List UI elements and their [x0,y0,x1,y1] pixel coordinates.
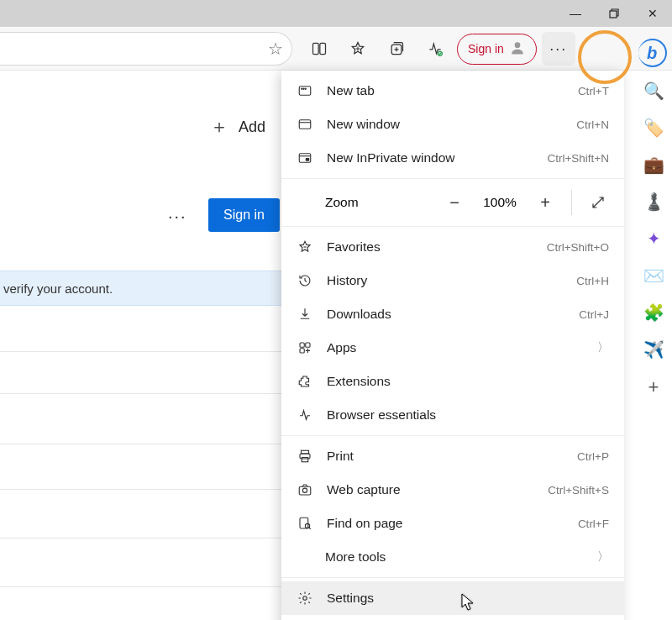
menu-new-inprivate[interactable]: New InPrivate window Ctrl+Shift+N [281,141,624,175]
bing-sidebar-button[interactable]: b [638,39,667,67]
gear-icon [297,590,313,607]
menu-shortcut: Ctrl+P [577,450,609,463]
list-divider [0,489,281,490]
new-window-icon [297,116,313,133]
split-screen-icon[interactable] [302,32,336,66]
sidebar-search-icon[interactable]: 🔍 [643,81,664,101]
add-shortcut-label: Add [239,118,265,136]
svg-point-25 [305,523,309,528]
menu-label: Browser essentials [327,407,609,423]
menu-shortcut: Ctrl+Shift+O [547,241,609,254]
avatar-icon [509,39,526,59]
card-more-button[interactable]: ··· [168,207,187,226]
edge-sidebar: 🔍 🏷️ 💼 ♟️ ✦ ✉️ 🧩 ✈️ + [635,71,672,397]
svg-rect-10 [299,120,311,129]
menu-separator [281,435,624,436]
verify-account-banner[interactable]: verify your account. [0,271,281,306]
menu-print[interactable]: Print Ctrl+P [281,439,624,473]
menu-separator [281,226,624,227]
zoom-out-button[interactable]: − [440,188,469,217]
menu-new-window[interactable]: New window Ctrl+N [281,108,624,141]
menu-new-tab[interactable]: New tab Ctrl+T [281,74,624,108]
add-shortcut-button[interactable]: ＋ Add [210,114,265,139]
chevron-right-icon: 〉 [597,549,609,565]
inprivate-icon [297,150,313,166]
menu-favorites[interactable]: Favorites Ctrl+Shift+O [281,230,624,264]
menu-help-feedback[interactable]: Help and feedback 〉 [281,615,624,620]
svg-rect-0 [610,11,617,18]
menu-label: New tab [327,83,564,98]
svg-rect-18 [300,349,304,353]
zoom-label: Zoom [325,195,432,210]
sidebar-outlook-icon[interactable]: ✉️ [643,265,664,286]
heartbeat-icon [297,407,313,423]
menu-separator [281,577,624,578]
fullscreen-button[interactable] [584,188,612,217]
sidebar-add-icon[interactable]: + [643,376,664,397]
settings-and-more-menu: New tab Ctrl+T New window Ctrl+N New InP… [281,71,624,620]
svg-point-9 [305,88,306,89]
apps-icon [297,339,313,356]
menu-label: New InPrivate window [327,150,533,166]
menu-browser-essentials[interactable]: Browser essentials [281,398,624,432]
collections-icon[interactable] [380,32,413,66]
list-divider [0,586,281,587]
svg-rect-24 [300,518,308,528]
sidebar-shopping-icon[interactable]: 🏷️ [643,118,664,138]
menu-downloads[interactable]: Downloads Ctrl+J [281,297,624,331]
sidebar-tools-icon[interactable]: 💼 [643,155,664,175]
menu-extensions[interactable]: Extensions [281,365,624,398]
menu-shortcut: Ctrl+Shift+S [548,484,609,497]
menu-more-tools[interactable]: More tools 〉 [281,540,624,574]
address-bar[interactable]: ☆ [0,32,292,66]
zoom-value: 100% [477,195,522,210]
menu-label: Downloads [327,307,565,322]
svg-rect-2 [320,43,326,54]
performance-icon[interactable] [418,32,452,66]
menu-shortcut: Ctrl+Shift+N [547,152,609,165]
more-menu-button[interactable]: ··· [542,32,575,66]
sidebar-games-icon[interactable]: ♟️ [643,192,664,212]
menu-zoom: Zoom − 100% + [281,182,624,223]
favorites-icon[interactable] [341,32,375,66]
svg-point-23 [302,488,307,492]
zoom-in-button[interactable]: + [531,188,559,217]
downloads-icon [297,306,313,323]
signin-button[interactable]: Sign in [457,34,537,65]
menu-history[interactable]: History Ctrl+H [281,264,624,297]
svg-rect-14 [306,158,310,161]
svg-point-7 [302,88,302,89]
find-icon [297,515,313,532]
svg-point-27 [303,596,307,601]
list-divider [0,444,281,444]
sidebar-telegram-icon[interactable]: ✈️ [643,339,664,360]
menu-shortcut: Ctrl+H [576,275,609,287]
svg-point-8 [303,88,304,89]
favorite-star-icon[interactable]: ☆ [268,39,283,59]
menu-shortcut: Ctrl+T [578,85,609,97]
menu-separator [281,178,624,179]
print-icon [297,448,313,465]
page-signin-button[interactable]: Sign in [208,198,280,232]
sidebar-drop-icon[interactable]: 🧩 [643,302,664,323]
menu-find-on-page[interactable]: Find on page Ctrl+F [281,507,624,540]
browser-toolbar: ☆ Sign in ··· [0,27,672,71]
zoom-divider [571,190,572,215]
window-close-button[interactable]: ✕ [633,0,672,27]
camera-icon [297,481,313,498]
svg-rect-6 [299,87,311,96]
menu-apps[interactable]: Apps 〉 [281,331,624,365]
menu-web-capture[interactable]: Web capture Ctrl+Shift+S [281,473,624,507]
menu-label: New window [327,117,563,132]
sidebar-office-icon[interactable]: ✦ [643,229,664,249]
signin-label: Sign in [468,42,504,55]
window-minimize-button[interactable]: — [556,0,595,27]
menu-shortcut: Ctrl+F [578,518,609,530]
menu-shortcut: Ctrl+J [579,308,609,321]
svg-rect-17 [306,343,310,347]
list-divider [0,351,281,352]
menu-settings[interactable]: Settings [281,581,624,615]
menu-label: Settings [327,591,609,606]
window-maximize-button[interactable] [595,0,633,27]
list-divider [0,393,281,394]
